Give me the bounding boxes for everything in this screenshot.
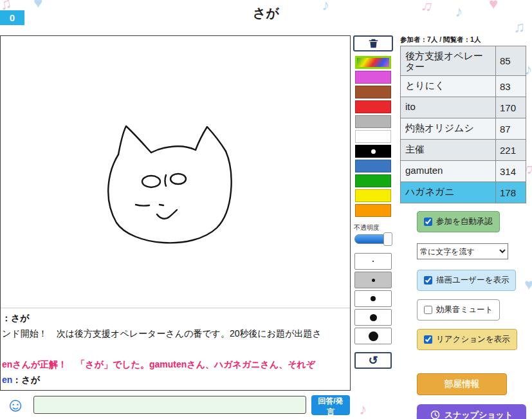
undo-icon: ↺ — [368, 353, 378, 368]
player-score: 170 — [495, 97, 526, 118]
chat-log: ：さが ンド開始！ 次は後方支援オペレーターさんの番です。20秒後にお題が出題さ… — [1, 308, 350, 389]
drawing-canvas[interactable] — [1, 36, 350, 308]
brush-size-3[interactable] — [354, 290, 392, 307]
chat-text: ンド開始！ 次は後方支援オペレーターさんの番です。20秒後にお題が出題さ — [2, 328, 322, 339]
brush-dot — [372, 261, 374, 262]
emoji-button[interactable]: ☺ — [4, 393, 27, 416]
brush-dot — [370, 314, 377, 321]
room-info-button[interactable]: 部屋情報 — [417, 373, 507, 395]
opacity-label: 不透明度 — [354, 223, 394, 232]
player-name: ハガネガニ — [401, 182, 495, 203]
player-row: 主催221 — [401, 140, 526, 161]
chat-text: ：さが — [12, 375, 40, 385]
participants-summary: 参加者：7人 / 閲覧者：1人 — [400, 35, 526, 44]
chat-text: enさんが正解！ 「さが」でした。gamutenさん、ハガネガニさん、それぞ — [2, 359, 315, 369]
trash-icon — [368, 38, 379, 49]
brush-dot — [371, 296, 376, 301]
tool-column: 不透明度 ↺ — [352, 35, 394, 369]
player-name: 後方支援オペレーター — [401, 46, 495, 75]
color-swatch-brown[interactable] — [355, 86, 391, 98]
color-palette — [352, 56, 394, 217]
chat-message: enさんが正解！ 「さが」でした。gamutenさん、ハガネガニさん、それぞ — [2, 357, 349, 372]
player-row: 灼熱オリジムシ87 — [401, 118, 526, 140]
music-note-icon — [359, 402, 367, 417]
show-reactions-label: リアクションを表示 — [436, 334, 510, 345]
auto-approve-checkbox[interactable] — [424, 218, 432, 226]
brush-size-4[interactable] — [354, 309, 392, 326]
player-name: gamuten — [401, 161, 495, 182]
auto-approve-toggle[interactable]: 参加を自動承認 — [417, 211, 500, 232]
mute-sound-label: 効果音ミュート — [436, 304, 493, 315]
player-score: 221 — [495, 140, 526, 160]
board: ：さが ンド開始！ 次は後方支援オペレーターさんの番です。20秒後にお題が出題さ… — [0, 35, 351, 391]
room-title: さが — [0, 0, 532, 26]
player-score: 85 — [495, 46, 526, 75]
color-swatch-orange[interactable] — [355, 204, 391, 217]
chat-message: ンド開始！ 次は後方支援オペレーターさんの番です。20秒後にお題が出題さ — [2, 326, 349, 341]
brush-size-5[interactable] — [354, 328, 392, 344]
chat-sender: en — [2, 375, 12, 385]
text-flow-select[interactable]: 常に文字を流す — [417, 243, 508, 259]
brush-size-2[interactable] — [354, 272, 392, 288]
show-reactions-checkbox[interactable] — [424, 335, 432, 344]
chat-message: en：さが — [2, 372, 349, 387]
slider-thumb[interactable] — [383, 232, 392, 246]
color-swatch-green[interactable] — [355, 174, 391, 187]
chat-message: ：さが — [2, 310, 349, 326]
player-table: 後方支援オペレーター85 とりにく83 ito170 灼熱オリジムシ87 主催2… — [400, 46, 526, 203]
color-swatch-yellow[interactable] — [355, 189, 391, 202]
player-row: とりにく83 — [401, 76, 526, 97]
show-drawer-toggle[interactable]: 描画ユーザーを表示 — [417, 270, 516, 291]
chat-input[interactable] — [33, 396, 306, 414]
color-swatch-red[interactable] — [355, 100, 391, 113]
player-name: とりにく — [401, 76, 495, 97]
player-name: 主催 — [401, 140, 495, 160]
brush-dot — [369, 331, 378, 341]
auto-approve-label: 参加を自動承認 — [436, 216, 493, 227]
clock-icon — [430, 410, 440, 419]
player-score: 83 — [495, 76, 526, 97]
player-name: ito — [401, 97, 495, 118]
color-swatch-rainbow[interactable] — [355, 56, 391, 69]
right-panel: 参加者：7人 / 閲覧者：1人 後方支援オペレーター85 とりにく83 ito1… — [400, 35, 526, 419]
timer-badge: 0 — [0, 10, 24, 25]
snapshot-button[interactable]: スナップショット — [417, 404, 526, 419]
brush-dot — [372, 279, 375, 282]
show-drawer-checkbox[interactable] — [424, 276, 432, 284]
chat-input-bar: ☺ 回答/発言 — [0, 391, 351, 419]
cat-drawing — [1, 36, 350, 308]
header: 0 さが — [0, 0, 532, 26]
color-swatch-black[interactable] — [355, 145, 391, 158]
chat-text: ：さが — [2, 313, 30, 323]
player-score: 178 — [495, 182, 526, 203]
room-controls: 参加を自動承認 常に文字を流す 描画ユーザーを表示 効果音ミュート リアクション… — [400, 211, 526, 419]
color-swatch-white[interactable] — [355, 130, 391, 143]
undo-button[interactable]: ↺ — [354, 352, 392, 369]
player-name: 灼熱オリジムシ — [401, 118, 495, 139]
mute-sound-checkbox[interactable] — [424, 306, 432, 314]
brush-sizes — [352, 253, 394, 344]
color-swatch-gray[interactable] — [355, 115, 391, 128]
show-drawer-label: 描画ユーザーを表示 — [436, 275, 509, 286]
mute-sound-toggle[interactable]: 効果音ミュート — [417, 299, 500, 321]
send-button[interactable]: 回答/発言 — [311, 395, 350, 415]
player-score: 87 — [495, 118, 526, 139]
trash-button[interactable] — [353, 35, 393, 51]
snapshot-label: スナップショット — [445, 409, 513, 419]
smiley-icon: ☺ — [6, 394, 26, 415]
player-row: gamuten314 — [401, 161, 526, 182]
color-swatch-blue[interactable] — [355, 160, 391, 172]
opacity-slider[interactable] — [354, 234, 392, 244]
player-row: ito170 — [401, 97, 526, 118]
brush-size-1[interactable] — [354, 253, 392, 270]
player-row: ハガネガニ178 — [401, 182, 526, 203]
player-row: 後方支援オペレーター85 — [401, 46, 526, 76]
show-reactions-toggle[interactable]: リアクションを表示 — [417, 329, 517, 350]
player-score: 314 — [495, 161, 526, 182]
color-swatch-magenta[interactable] — [355, 71, 391, 84]
